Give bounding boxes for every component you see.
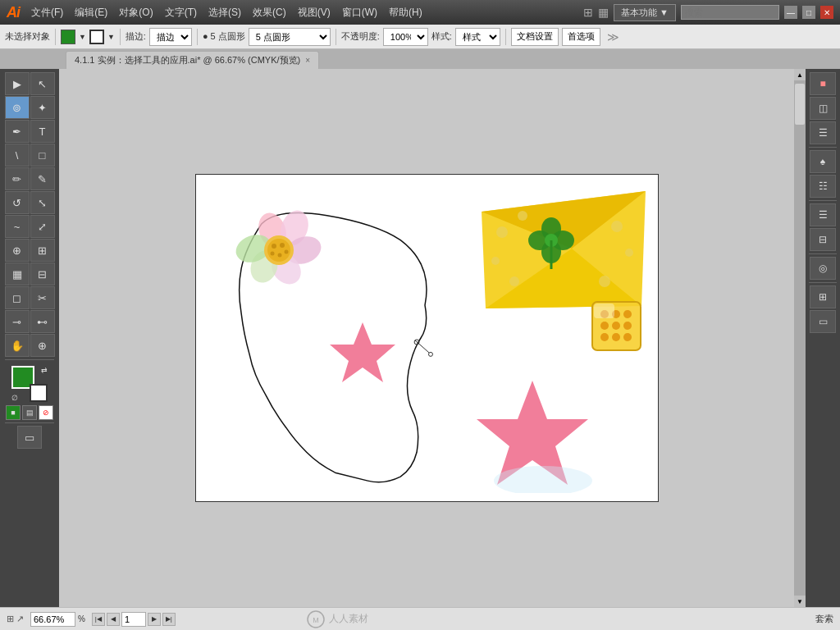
gradient-mode-button[interactable]: ▤	[22, 405, 37, 420]
svg-point-44	[612, 333, 620, 341]
doc-settings-button[interactable]: 文档设置	[511, 28, 559, 46]
pathfinder-panel-button[interactable]: ⊟	[810, 228, 836, 251]
blend-tool[interactable]: ⊕	[5, 239, 30, 262]
menu-type[interactable]: 文字(T)	[160, 4, 202, 21]
canvas-area[interactable]: ▲ ▼	[59, 69, 806, 607]
scroll-up-arrow[interactable]: ▲	[794, 69, 806, 80]
menu-window[interactable]: 窗口(W)	[337, 4, 382, 21]
stroke-select[interactable]: 描边	[149, 28, 192, 46]
scroll-track[interactable]	[794, 80, 806, 596]
magic-wand-tool[interactable]: ✦	[30, 96, 55, 119]
stroke-box[interactable]	[30, 384, 48, 402]
artboards-panel-button[interactable]: ▭	[810, 310, 836, 333]
eraser-tool[interactable]: ◻	[5, 286, 30, 309]
symbols-panel-button[interactable]: ♠	[810, 150, 836, 173]
brushes-panel-button[interactable]: ☷	[810, 175, 836, 198]
none-icon[interactable]: ∅	[11, 394, 18, 402]
eyedropper-tool[interactable]: ⊸	[5, 310, 30, 333]
extras-icon[interactable]: ≫	[607, 30, 619, 43]
tab-bar: 4.1.1 实例：选择工具的应用.ai* @ 66.67% (CMYK/预览) …	[0, 49, 840, 69]
opacity-label: 不透明度:	[341, 30, 380, 43]
status-icons: ⊞ ↗	[7, 614, 24, 624]
color-area: ⇄ ∅ ■ ▤ ⊘	[6, 366, 53, 420]
stroke-panel-button[interactable]: ☰	[810, 121, 836, 144]
zoom-tool[interactable]: ⊕	[30, 334, 55, 357]
direct-select-tool[interactable]: ↖	[30, 72, 55, 95]
menu-object[interactable]: 对象(O)	[114, 4, 158, 21]
maximize-button[interactable]: □	[802, 6, 815, 19]
line-tool[interactable]: \	[5, 144, 30, 167]
next-page-button[interactable]: ▶	[148, 613, 161, 626]
gradient-panel-button[interactable]: ◫	[810, 97, 836, 120]
prefs-button[interactable]: 首选项	[562, 28, 600, 46]
flower-graphic	[225, 208, 331, 298]
first-page-button[interactable]: |◀	[92, 613, 105, 626]
paintbrush-tool[interactable]: ✏	[5, 167, 30, 190]
title-bar-right: ⊞ ▦ 基本功能 ▼ — □ ✕	[583, 4, 833, 21]
rotate-tool[interactable]: ↺	[5, 191, 30, 214]
close-button[interactable]: ✕	[820, 6, 833, 19]
search-input[interactable]	[681, 5, 779, 20]
watermark-logo: M	[306, 609, 326, 629]
rect-tool[interactable]: □	[30, 144, 55, 167]
lasso-tool[interactable]: ⊚	[5, 96, 30, 119]
vertical-scrollbar[interactable]: ▲ ▼	[794, 69, 806, 607]
selection-tool[interactable]: ▶	[5, 72, 30, 95]
screen-mode-button[interactable]: ▭	[17, 426, 42, 449]
workspace-button[interactable]: 基本功能 ▼	[614, 4, 676, 21]
swap-icon[interactable]: ⇄	[41, 366, 48, 374]
tool-row-11: ⊸ ⊷	[5, 310, 55, 333]
svg-point-45	[623, 333, 632, 341]
layers-panel-button[interactable]: ⊞	[810, 285, 836, 308]
scroll-thumb[interactable]	[795, 84, 805, 125]
svg-marker-32	[330, 322, 395, 382]
menu-select[interactable]: 选择(S)	[203, 4, 246, 21]
fill-color-swatch[interactable]	[61, 30, 75, 44]
svg-point-12	[280, 243, 285, 248]
panel-icon[interactable]: ▦	[598, 6, 609, 19]
minimize-button[interactable]: —	[784, 6, 797, 19]
scroll-down-arrow[interactable]: ▼	[794, 596, 806, 607]
measure-tool[interactable]: ⊷	[30, 310, 55, 333]
menu-effect[interactable]: 效果(C)	[248, 4, 291, 21]
tool-row-3: ✒ T	[5, 120, 55, 143]
last-page-button[interactable]: ▶|	[162, 613, 176, 626]
sym-spray-tool[interactable]: ⊞	[30, 239, 55, 262]
svg-point-19	[496, 226, 508, 238]
menu-file[interactable]: 文件(F)	[26, 4, 68, 21]
zoom-input[interactable]	[30, 612, 75, 627]
type-tool[interactable]: T	[30, 120, 55, 143]
pencil-tool[interactable]: ✎	[30, 167, 55, 190]
none-mode-button[interactable]: ⊘	[39, 405, 53, 420]
opacity-select[interactable]: 100%	[383, 28, 428, 46]
scale-tool[interactable]: ⤡	[30, 191, 55, 214]
hand-tool[interactable]: ✋	[5, 334, 30, 357]
prev-page-button[interactable]: ◀	[107, 613, 120, 626]
stroke-swatch[interactable]	[89, 30, 104, 44]
menu-help[interactable]: 帮助(H)	[384, 4, 427, 21]
document-tab[interactable]: 4.1.1 实例：选择工具的应用.ai* @ 66.67% (CMYK/预览) …	[66, 51, 319, 69]
color-panel-button[interactable]: ■	[810, 72, 836, 95]
column-graph-tool[interactable]: ▦	[5, 262, 30, 285]
dot-select[interactable]: 5 点圆形	[249, 28, 331, 46]
svg-point-43	[600, 333, 609, 341]
align-panel-button[interactable]: ☰	[810, 203, 836, 226]
yellow-dice-graphic	[590, 299, 643, 353]
arrange-icon[interactable]: ⊞	[583, 6, 593, 19]
warp-tool[interactable]: ~	[5, 215, 30, 238]
page-input[interactable]	[121, 612, 146, 627]
free-transform-tool[interactable]: ⤢	[30, 215, 55, 238]
slice-tool[interactable]: ⊟	[30, 262, 55, 285]
svg-rect-46	[594, 304, 614, 318]
tab-close-button[interactable]: ×	[305, 56, 310, 65]
style-select[interactable]: 样式	[455, 28, 500, 46]
scissors-tool[interactable]: ✂	[30, 286, 55, 309]
menu-view[interactable]: 视图(V)	[293, 4, 336, 21]
pen-tool[interactable]: ✒	[5, 120, 30, 143]
svg-point-24	[509, 276, 519, 286]
menu-edit[interactable]: 编辑(E)	[70, 4, 112, 21]
color-mode-button[interactable]: ■	[6, 405, 21, 420]
svg-point-42	[623, 322, 632, 330]
stroke-arrow-icon: ▼	[107, 33, 115, 41]
appearance-panel-button[interactable]: ◎	[810, 257, 836, 280]
